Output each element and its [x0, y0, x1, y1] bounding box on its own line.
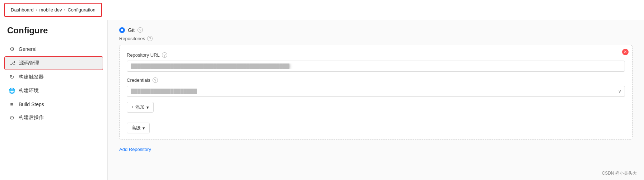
- git-radio[interactable]: [119, 27, 125, 33]
- sidebar-item-build-env[interactable]: 🌐 构建环境: [4, 84, 103, 97]
- breadcrumb: Dashboard › mobile dev › Configuration: [4, 3, 102, 17]
- globe-icon: 🌐: [9, 87, 15, 94]
- repo-url-help-icon[interactable]: ?: [162, 52, 167, 58]
- sidebar-item-general[interactable]: ⚙ General: [4, 43, 103, 56]
- credentials-select-wrapper: ████████████████████ ∨: [127, 86, 625, 97]
- sidebar-item-build-env-label: 构建环境: [19, 87, 39, 94]
- sidebar-item-build-steps-label: Build Steps: [19, 101, 44, 107]
- credentials-select[interactable]: ████████████████████: [127, 86, 625, 97]
- git-header: Git ?: [119, 27, 633, 33]
- sidebar-item-general-label: General: [19, 46, 37, 52]
- sidebar-item-build-trigger[interactable]: ↻ 构建触发器: [4, 71, 103, 84]
- gear-icon: ⚙: [9, 46, 15, 52]
- sidebar-item-build-trigger-label: 构建触发器: [19, 74, 44, 80]
- add-button-row: + 添加 ▾: [127, 102, 625, 118]
- add-credentials-button[interactable]: + 添加 ▾: [127, 102, 154, 113]
- advanced-button-row: 高级 ▾: [127, 123, 625, 133]
- list-icon: ≡: [9, 101, 15, 107]
- circle-icon: ⊙: [9, 114, 15, 121]
- sidebar: Configure ⚙ General ⎇ 源码管理 ↻ 构建触发器 🌐 构建环…: [0, 20, 108, 180]
- branch-icon: ⎇: [9, 60, 15, 66]
- advanced-button[interactable]: 高级 ▾: [127, 123, 150, 133]
- sidebar-item-source-mgmt-label: 源码管理: [19, 60, 39, 66]
- trigger-icon: ↻: [9, 74, 15, 80]
- git-help-icon[interactable]: ?: [137, 27, 143, 33]
- repo-url-label: Repository URL ?: [127, 52, 625, 58]
- breadcrumb-sep-1: ›: [36, 8, 37, 13]
- git-label: Git: [128, 27, 135, 33]
- repo-url-input[interactable]: [127, 61, 625, 72]
- sidebar-item-post-build-label: 构建后操作: [19, 114, 44, 121]
- content-area: Git ? Repositories ? ✕ Repository URL ?: [108, 20, 644, 180]
- credentials-help-icon[interactable]: ?: [153, 77, 158, 83]
- sidebar-item-source-mgmt[interactable]: ⎇ 源码管理: [4, 56, 103, 70]
- main-layout: Configure ⚙ General ⎇ 源码管理 ↻ 构建触发器 🌐 构建环…: [0, 20, 644, 180]
- add-repository-link[interactable]: Add Repository: [119, 147, 151, 152]
- repo-close-button[interactable]: ✕: [622, 49, 629, 55]
- sidebar-title: Configure: [7, 25, 100, 35]
- breadcrumb-mobile-dev[interactable]: mobile dev: [39, 7, 62, 13]
- breadcrumb-sep-2: ›: [64, 8, 65, 13]
- app-container: Dashboard › mobile dev › Configuration C…: [0, 0, 644, 180]
- repo-card: ✕ Repository URL ? Credentials ? ███████…: [119, 45, 633, 139]
- repos-help-icon[interactable]: ?: [147, 36, 153, 41]
- sidebar-item-build-steps[interactable]: ≡ Build Steps: [4, 98, 103, 110]
- advanced-dropdown-icon: ▾: [143, 125, 145, 131]
- repositories-label: Repositories ?: [119, 36, 633, 41]
- watermark: CSDN @小吴头大: [602, 170, 637, 176]
- sidebar-item-post-build[interactable]: ⊙ 构建后操作: [4, 111, 103, 124]
- breadcrumb-dashboard[interactable]: Dashboard: [11, 7, 34, 13]
- add-dropdown-icon: ▾: [146, 105, 149, 110]
- credentials-label: Credentials ?: [127, 77, 625, 83]
- breadcrumb-configuration[interactable]: Configuration: [67, 7, 95, 13]
